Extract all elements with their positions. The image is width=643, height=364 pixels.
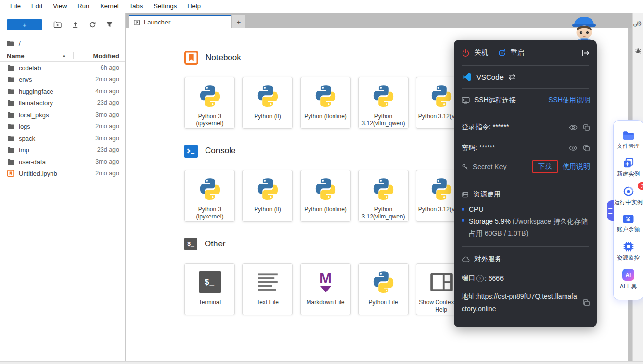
text-file-icon: [257, 269, 279, 295]
copy-login-icon[interactable]: [583, 124, 590, 131]
download-link[interactable]: 下载: [538, 162, 552, 170]
table-row[interactable]: user-data3mo ago: [0, 156, 125, 168]
restart-button[interactable]: 重启: [511, 49, 524, 57]
menu-settings[interactable]: Settings: [148, 2, 182, 10]
menu-edit[interactable]: Edit: [26, 2, 48, 10]
file-list: codelab6h ago envs2mo ago huggingface4mo…: [0, 62, 125, 179]
swap-icon[interactable]: [508, 74, 516, 80]
toolbar-item-account-balance[interactable]: 账户余额: [617, 214, 640, 233]
secret-key-label: Secret Key: [473, 163, 506, 170]
show-login-icon[interactable]: [569, 124, 578, 131]
new-tab-button[interactable]: +: [232, 15, 245, 28]
menu-view[interactable]: View: [48, 2, 72, 10]
vscode-row[interactable]: VSCode: [462, 70, 590, 84]
launcher-card-console-python-lf[interactable]: Python (lf): [242, 170, 293, 222]
llamafactory-logo: [608, 208, 613, 214]
usage-doc-link[interactable]: 使用说明: [563, 162, 590, 171]
menu-help[interactable]: Help: [182, 2, 206, 10]
markdown-icon: M: [319, 269, 332, 295]
launcher-card-text-file[interactable]: Text File: [242, 263, 293, 315]
file-modified: 6h ago: [101, 64, 119, 71]
shutdown-button[interactable]: 关机: [474, 49, 488, 57]
table-row[interactable]: huggingface4mo ago: [0, 85, 125, 97]
folder-icon: [7, 123, 15, 130]
file-name: user-data: [19, 158, 95, 166]
launcher-card-console-python3[interactable]: Python 3 (ipykernel): [184, 170, 235, 222]
folder-icon: [7, 159, 15, 165]
table-row[interactable]: codelab6h ago: [0, 62, 125, 73]
toolbar-item-new-instance[interactable]: 新建实例: [617, 157, 640, 178]
refresh-icon[interactable]: [84, 19, 101, 30]
file-name: llamafactory: [19, 99, 97, 107]
table-row[interactable]: llamafactory23d ago: [0, 97, 125, 109]
table-row[interactable]: logs2mo ago: [0, 121, 125, 132]
table-row[interactable]: tmp23d ago: [0, 144, 125, 156]
filter-icon[interactable]: [101, 19, 118, 30]
copy-password-icon[interactable]: [583, 145, 590, 152]
help-icon[interactable]: [476, 275, 484, 282]
terminal-icon: [184, 238, 197, 250]
menu-file[interactable]: File: [5, 2, 26, 10]
toolbar-item-ai-tools[interactable]: AI工具: [620, 269, 637, 290]
cpu-label: CPU: [469, 205, 484, 213]
address-row: 地址:https://cst-pn89fU7Q.test.llamafactor…: [462, 291, 590, 315]
toolbar-handle[interactable]: [607, 200, 614, 221]
python-logo-icon: [371, 176, 396, 202]
avatar[interactable]: [569, 14, 599, 44]
table-row[interactable]: local_pkgs3mo ago: [0, 109, 125, 121]
breadcrumb[interactable]: /: [0, 36, 125, 50]
toolbar-item-running-instances[interactable]: 3 运行中实例: [614, 186, 643, 206]
console-icon: [184, 145, 198, 158]
menu-kernel[interactable]: Kernel: [95, 2, 124, 10]
folder-icon: [7, 88, 15, 95]
upload-icon[interactable]: [66, 19, 83, 30]
launcher-card-notebook-python3[interactable]: Python 3 (ipykernel): [184, 77, 235, 129]
table-row[interactable]: Untitled.ipynb2mo ago: [0, 168, 125, 179]
launcher-card-notebook-python-lf[interactable]: Python (lf): [242, 77, 293, 129]
new-launcher-button[interactable]: +: [7, 19, 42, 30]
sort-ascending-icon[interactable]: ▲: [62, 53, 66, 58]
table-row[interactable]: envs2mo ago: [0, 73, 125, 85]
table-row[interactable]: spack3mo ago: [0, 132, 125, 144]
file-name: Untitled.ipynb: [19, 170, 95, 177]
menu-tabs[interactable]: Tabs: [124, 2, 148, 10]
launcher-card-console-python-lfonline[interactable]: Python (lfonline): [300, 170, 351, 222]
restart-icon: [498, 49, 506, 57]
port-label: 端口: [462, 274, 475, 283]
launcher-card-notebook-vllm-qwen[interactable]: Python 3.12(vllm_qwen): [358, 77, 409, 129]
toolbar-item-resource-monitor[interactable]: 资源监控: [617, 241, 640, 262]
exit-icon[interactable]: [581, 49, 590, 57]
section-title: Console: [205, 146, 235, 156]
ai-tools-icon: [622, 269, 634, 281]
python-logo-icon: [198, 176, 222, 202]
python-logo-icon: [313, 83, 338, 109]
column-modified[interactable]: Modified: [78, 52, 125, 60]
secret-key-row: Secret Key 下载 使用说明: [462, 159, 590, 174]
password-value: 密码: ******: [462, 144, 495, 152]
services-title: 对外服务: [474, 255, 502, 264]
file-name: tmp: [19, 146, 97, 154]
debugger-icon[interactable]: [635, 47, 642, 54]
folder-icon: [7, 76, 15, 83]
property-inspector-icon[interactable]: ⚙⚙: [634, 21, 643, 30]
toolbar-item-file-manager[interactable]: 文件管理: [617, 130, 640, 150]
launcher-card-notebook-python-lfonline[interactable]: Python (lfonline): [300, 77, 351, 129]
folder-icon: [7, 100, 15, 106]
running-count-badge: 3: [638, 182, 643, 190]
menu-run[interactable]: Run: [72, 2, 95, 10]
file-name: local_pkgs: [19, 111, 95, 119]
column-name[interactable]: Name: [7, 52, 62, 60]
file-name: spack: [19, 135, 95, 142]
launcher-card-console-vllm-qwen[interactable]: Python 3.12(vllm_qwen): [358, 170, 409, 222]
new-folder-icon[interactable]: [49, 19, 66, 30]
copy-address-icon[interactable]: [582, 299, 590, 307]
file-list-header: Name ▲ Modified: [0, 50, 125, 62]
launcher-card-terminal[interactable]: Terminal: [184, 263, 235, 315]
python-logo-icon: [429, 176, 454, 202]
ssh-help-link[interactable]: SSH使用说明: [548, 96, 590, 105]
file-modified: 3mo ago: [95, 158, 119, 165]
launcher-card-python-file[interactable]: Python File: [358, 263, 409, 315]
show-password-icon[interactable]: [569, 145, 578, 151]
launcher-card-markdown[interactable]: MMarkdown File: [300, 263, 351, 315]
tab-launcher[interactable]: Launcher: [129, 15, 231, 28]
